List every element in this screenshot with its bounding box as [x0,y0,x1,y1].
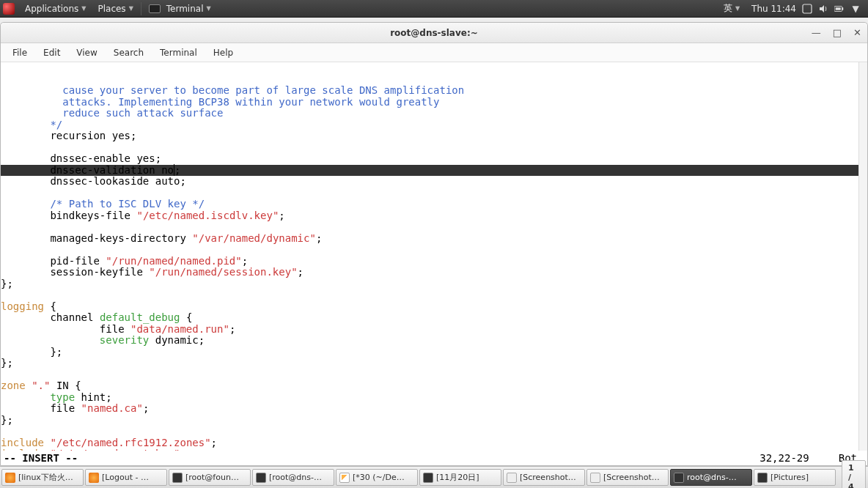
taskbar-item-label: [11月20日] [436,472,479,483]
taskbar-right: 1 / 4 2 [837,469,868,486]
editor-line: dnssec-enable yes; [1,153,867,165]
editor-line [1,142,867,154]
app-icon [674,473,684,483]
terminal-icon [149,4,161,13]
taskbar-item[interactable]: [root@dns-… [252,469,334,486]
window-controls: — □ ✕ [812,27,861,38]
editor-line: logging { [1,301,867,313]
taskbar-item[interactable]: [Screenshot… [503,469,585,486]
input-method-indicator[interactable]: 英▼ [718,2,746,15]
applications-label: Applications [25,4,78,14]
editor-line: session-keyfile "/run/named/session.key"… [1,267,867,278]
editor-line: recursion yes; [1,130,867,142]
editor-line: dnssec-lookaside auto; [1,176,867,188]
taskbar-item[interactable]: [Screenshot… [586,469,669,486]
editor-line: cause your server to become part of larg… [1,85,867,97]
editor-line [1,188,867,199]
editor-line: type hint; [1,392,867,404]
volume-icon[interactable] [818,4,828,14]
bottom-taskbar: [linux下给火…[Logout - …[root@foun…[root@dn… [0,466,868,488]
editor-line: }; [1,347,867,358]
app-icon [172,473,183,483]
close-button[interactable]: ✕ [853,27,861,38]
editor-line [1,244,867,256]
battery-icon[interactable] [834,4,845,14]
menu-bar: File Edit View Search Terminal Help [1,43,867,62]
chevron-down-icon: ▼ [81,5,86,12]
taskbar-item-label: root@dns-… [687,473,737,482]
menu-view[interactable]: View [69,45,104,60]
editor-line: */ [1,119,867,131]
svg-rect-2 [842,7,844,10]
app-icon [507,473,517,483]
gnome-topbar: Applications▼ Places▼ Terminal▼ 英▼ Thu 1… [0,0,868,18]
minimize-button[interactable]: — [812,27,821,38]
chevron-down-icon: ▼ [207,5,211,12]
menu-search[interactable]: Search [106,45,151,60]
editor-line [1,369,867,381]
editor-line: include "/etc/named.rfc1912.zones"; [1,437,867,449]
separator [141,2,141,15]
terminal-content[interactable]: cause your server to become part of larg… [1,62,867,451]
taskbar-item-label: [linux下给火… [18,472,73,483]
editor-line: reduce such attack surface [1,108,867,119]
app-icon [5,473,15,483]
places-menu[interactable]: Places▼ [92,4,139,14]
accessibility-icon[interactable] [802,4,812,14]
editor-line [1,426,867,437]
editor-line: /* Path to ISC DLV key */ [1,199,867,210]
taskbar-item[interactable]: [11月20日] [419,469,501,486]
ime-label: 英 [724,2,732,15]
editor-line: include "/etc/named.root.key"; [1,448,867,451]
taskbar-item-label: [*30 (~/De… [353,473,405,482]
editor-line: }; [1,278,867,290]
taskbar-item[interactable]: [Logout - … [85,469,167,486]
workspace-indicator[interactable]: 1 / 4 [842,460,866,488]
chevron-down-icon: ▼ [129,5,133,12]
terminal-window: root@dns-slave:~ — □ ✕ File Edit View Se… [0,22,868,466]
menu-edit[interactable]: Edit [36,45,67,60]
editor-line: }; [1,358,867,369]
taskbar-item-label: [Logout - … [102,473,149,482]
distro-logo-icon[interactable] [3,3,15,15]
app-icon [339,473,350,483]
svg-rect-3 [836,7,841,10]
terminal-app-menu[interactable]: Terminal▼ [143,4,217,14]
menu-help[interactable]: Help [206,45,240,60]
taskbar-item[interactable]: root@dns-… [670,469,752,486]
applications-menu[interactable]: Applications▼ [19,4,92,14]
vim-mode: -- INSERT -- [4,452,78,464]
editor-line: file "data/named.run"; [1,324,867,336]
window-titlebar[interactable]: root@dns-slave:~ — □ ✕ [1,23,867,43]
editor-line: file "named.ca"; [1,403,867,415]
vim-position: 32,22-29 [760,452,809,464]
task-list: [linux下给火…[Logout - …[root@foun…[root@dn… [1,469,836,486]
vim-status-line: -- INSERT -- 32,22-29 Bot [1,451,867,465]
clock-label[interactable]: Thu 11:44 [751,4,796,14]
editor-line: dnssec-validation no; [1,165,867,177]
editor-line: zone "." IN { [1,380,867,392]
taskbar-item[interactable]: [Pictures] [754,469,836,486]
scrollbar[interactable] [858,62,867,451]
system-tray: 英▼ Thu 11:44 ▼ [718,2,865,15]
app-icon [423,473,433,483]
editor-line: }; [1,415,867,426]
taskbar-item-label: [root@dns-… [269,473,322,482]
taskbar-item[interactable]: [linux下给火… [1,469,84,486]
editor-line: managed-keys-directory "/var/named/dynam… [1,233,867,245]
taskbar-item-label: [Pictures] [770,473,809,482]
taskbar-item[interactable]: [*30 (~/De… [336,469,418,486]
taskbar-item[interactable]: [root@foun… [169,469,251,486]
terminal-label: Terminal [166,4,204,14]
chevron-down-icon: ▼ [852,4,858,14]
maximize-button[interactable]: □ [833,27,842,38]
svg-rect-0 [803,4,812,13]
power-menu-icon[interactable]: ▼ [850,4,861,14]
places-label: Places [98,4,125,14]
editor-line: pid-file "/run/named/named.pid"; [1,256,867,267]
chevron-down-icon: ▼ [735,5,740,12]
menu-terminal[interactable]: Terminal [152,45,205,60]
app-icon [256,473,266,483]
menu-file[interactable]: File [5,45,34,60]
editor-line [1,289,867,301]
